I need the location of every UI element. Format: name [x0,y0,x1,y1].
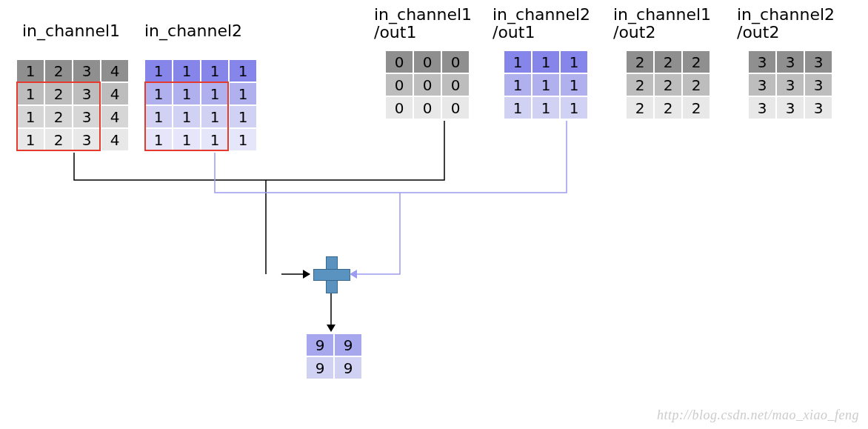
grid-kernel-3: 222222222 [626,50,710,119]
grid-cell: 1 [532,50,560,73]
grid-cell: 1 [201,128,229,151]
grid-cell: 3 [776,73,804,96]
label-kernel-2: in_channel2 /out1 [493,6,590,41]
grid-cell: 1 [173,59,201,82]
grid-cell: 0 [413,73,441,96]
grid-cell: 9 [306,356,334,379]
grid-cell: 1 [201,59,229,82]
grid-cell: 1 [16,105,44,128]
grid-cell: 1 [173,128,201,151]
grid-cell: 1 [229,59,257,82]
grid-cell: 1 [532,73,560,96]
grid-cell: 0 [441,96,470,119]
grid-cell: 1 [201,82,229,105]
grid-cell: 1 [144,105,173,128]
grid-kernel-2: 111111111 [504,50,588,119]
grid-cell: 1 [16,82,44,105]
grid-in-channel1: 1234123412341234 [16,59,129,151]
grid-cell: 2 [626,73,654,96]
grid-cell: 0 [413,96,441,119]
grid-cell: 1 [229,82,257,105]
grid-cell: 2 [44,82,73,105]
grid-cell: 2 [654,50,682,73]
grid-cell: 3 [776,50,804,73]
grid-cell: 1 [560,96,588,119]
grid-cell: 3 [748,73,776,96]
grid-cell: 1 [504,73,532,96]
label-kernel-3: in_channel1 /out2 [613,6,711,41]
grid-cell: 3 [73,128,101,151]
grid-cell: 2 [44,59,73,82]
arrowhead-left-into-plus [303,270,310,279]
grid-cell: 1 [144,82,173,105]
grid-cell: 2 [654,96,682,119]
plus-icon [313,256,349,292]
grid-cell: 1 [144,59,173,82]
grid-cell: 1 [504,96,532,119]
grid-cell: 4 [101,59,129,82]
grid-cell: 2 [682,73,710,96]
grid-cell: 3 [73,59,101,82]
grid-cell: 1 [144,128,173,151]
label-kernel-4: in_channel2 /out2 [737,6,835,41]
grid-cell: 3 [748,50,776,73]
grid-kernel-1: 000000000 [385,50,470,119]
grid-cell: 1 [560,50,588,73]
grid-cell: 2 [654,73,682,96]
grid-cell: 1 [16,128,44,151]
grid-cell: 9 [306,333,334,356]
grid-cell: 1 [532,96,560,119]
grid-cell: 1 [173,105,201,128]
grid-cell: 1 [16,59,44,82]
grid-cell: 9 [334,356,362,379]
grid-cell: 2 [626,50,654,73]
grid-cell: 3 [73,105,101,128]
grid-cell: 2 [682,96,710,119]
grid-in-channel2: 1111111111111111 [144,59,257,151]
arrowhead-right-into-plus [350,270,357,279]
grid-cell: 2 [626,96,654,119]
grid-output: 9999 [306,333,362,379]
grid-cell: 3 [73,82,101,105]
grid-cell: 2 [44,128,73,151]
grid-cell: 1 [229,105,257,128]
arrowhead-into-output [327,325,335,332]
grid-kernel-4: 333333333 [748,50,832,119]
grid-cell: 1 [173,82,201,105]
grid-cell: 4 [101,105,129,128]
grid-cell: 0 [441,73,470,96]
grid-cell: 1 [229,128,257,151]
grid-cell: 2 [44,105,73,128]
label-in-channel1: in_channel1 [22,22,120,40]
grid-cell: 3 [804,96,832,119]
grid-cell: 3 [776,96,804,119]
grid-cell: 0 [441,50,470,73]
grid-cell: 3 [748,96,776,119]
label-in-channel2: in_channel2 [144,22,242,40]
grid-cell: 4 [101,128,129,151]
grid-cell: 0 [385,50,413,73]
grid-cell: 0 [385,73,413,96]
grid-cell: 1 [201,105,229,128]
grid-cell: 1 [504,50,532,73]
grid-cell: 1 [560,73,588,96]
grid-cell: 4 [101,82,129,105]
grid-cell: 2 [682,50,710,73]
grid-cell: 3 [804,50,832,73]
grid-cell: 0 [413,50,441,73]
watermark-text: http://blog.csdn.net/mao_xiao_feng [657,408,859,423]
grid-cell: 9 [334,333,362,356]
grid-cell: 3 [804,73,832,96]
grid-cell: 0 [385,96,413,119]
label-kernel-1: in_channel1 /out1 [374,6,472,41]
